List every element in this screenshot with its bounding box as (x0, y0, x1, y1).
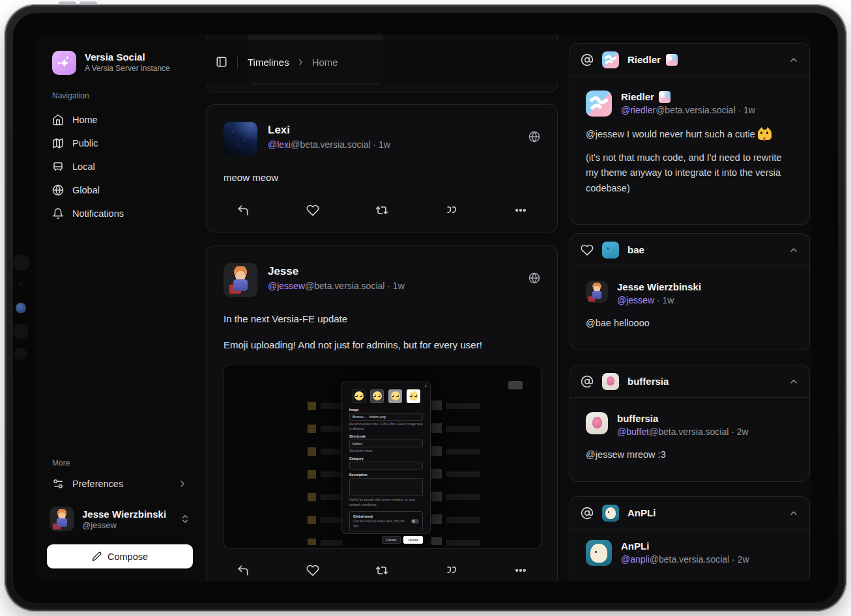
chevron-up-icon[interactable] (788, 245, 799, 255)
sidebar-item-label: Global (72, 185, 100, 195)
handle-user: @lexi (268, 139, 291, 150)
shortcode-input[interactable]: bottom (349, 440, 423, 447)
notification-user: bae (627, 244, 644, 255)
category-field-label: Category (349, 456, 423, 460)
handle-domain: @beta.versia.social (305, 281, 384, 291)
emoji-preview-white (407, 389, 420, 403)
post-author-handle[interactable]: @jessew@beta.versia.social · 1w (268, 281, 405, 291)
breadcrumb-timelines[interactable]: Timelines (248, 57, 289, 68)
handle-domain: @beta.versia.social (291, 139, 370, 150)
description-textarea[interactable] (349, 478, 423, 496)
notification-author-handle[interactable]: @buffet@beta.versia.social · 2w (617, 427, 749, 437)
avatar[interactable] (586, 91, 612, 117)
chevron-up-icon[interactable] (788, 55, 799, 65)
avatar (602, 242, 619, 259)
notification-author-handle[interactable]: @riedler@beta.versia.social · 1w (621, 105, 755, 115)
post-card: Lexi @lexi@beta.versia.social · 1w meow … (206, 104, 558, 232)
notification-header[interactable]: Riedler (570, 44, 809, 76)
globe-icon (52, 184, 64, 196)
instance-header[interactable]: Versia Social A Versia Server instance (52, 51, 170, 75)
notification-author-handle[interactable]: @anpli@beta.versia.social · 2w (621, 554, 749, 565)
close-icon[interactable]: × (424, 384, 427, 388)
more-button[interactable] (506, 204, 535, 217)
cancel-button[interactable]: Cancel (382, 536, 401, 544)
quote-button[interactable] (437, 204, 466, 217)
embed-bg-text-column (321, 403, 343, 546)
dock-app-icon[interactable] (13, 324, 29, 339)
instance-name: Versia Social (85, 51, 170, 64)
notification-user: AnPLi (627, 507, 656, 518)
post-author-name[interactable]: Jesse (268, 264, 405, 278)
chevrons-up-down-icon (180, 514, 190, 524)
notification-author-name[interactable]: Jesse Wierzbinski (617, 281, 701, 294)
avatar (602, 373, 619, 390)
upload-button[interactable]: Upload (403, 536, 423, 544)
sidebar-item-preferences[interactable]: Preferences (47, 472, 193, 496)
sidebar-item-local[interactable]: Local (47, 155, 193, 178)
notification-text: (it's not that much code, and I'd need t… (586, 150, 794, 196)
nav-list: Home Public Local Global (47, 108, 193, 225)
quote-button[interactable] (437, 564, 466, 577)
pleading-face-emoji (354, 391, 364, 400)
category-input[interactable] (349, 462, 423, 469)
avatar (602, 51, 619, 68)
visibility-globe-icon (528, 272, 540, 284)
notification-author-handle[interactable]: @jessew · 1w (617, 295, 701, 305)
notification-author-name[interactable]: AnPLi (621, 540, 749, 553)
account-switcher[interactable]: Jesse Wierzbinski @jessew (47, 504, 193, 534)
like-button[interactable] (298, 564, 327, 577)
more-button[interactable] (506, 564, 535, 577)
browse-button[interactable]: Browse... (353, 415, 366, 419)
handle-domain: @beta.versia.social (649, 427, 728, 437)
avatar[interactable] (224, 263, 257, 297)
dock-app-icon[interactable] (19, 283, 23, 287)
file-input[interactable]: Browse... bottom.png (349, 413, 423, 421)
handle-domain: @beta.versia.social (650, 554, 729, 565)
sidebar: Versia Social A Versia Server instance N… (37, 35, 203, 581)
global-emoji-hint: Can be used by every user, not just you (353, 519, 409, 529)
notification-header[interactable]: AnPLi (570, 497, 809, 529)
dock-app-icon[interactable] (13, 254, 30, 271)
at-sign-icon (581, 375, 594, 388)
post-author-name[interactable]: Lexi (268, 123, 390, 137)
notifications-column: Riedler Riedler @riedler@beta.versia.so (570, 35, 810, 581)
avatar (602, 505, 619, 522)
boost-button[interactable] (368, 204, 396, 217)
notification-user: buffersia (627, 376, 669, 387)
notification-author-name[interactable]: buffersia (617, 412, 749, 425)
sidebar-item-global[interactable]: Global (47, 178, 193, 202)
chevron-up-icon[interactable] (788, 508, 799, 518)
post-attachment-image[interactable]: × Image Browse... bot (224, 365, 541, 549)
boost-button[interactable] (368, 564, 396, 577)
handle-user: @buffet (617, 427, 649, 437)
chevron-up-icon[interactable] (788, 376, 799, 387)
sidebar-item-notifications[interactable]: Notifications (47, 202, 193, 225)
shortcode-hint: Should be short. (349, 449, 423, 453)
reply-button[interactable] (229, 564, 257, 577)
preferences-label: Preferences (72, 479, 123, 489)
notification-card: AnPLi AnPLi @anpli@beta.versia.social · … (570, 496, 810, 581)
post-author-handle[interactable]: @lexi@beta.versia.social · 1w (268, 139, 390, 150)
global-emoji-toggle[interactable] (411, 519, 419, 524)
notification-header[interactable]: buffersia (570, 365, 809, 398)
shortcode-field-label: Shortcode (349, 434, 423, 438)
reply-button[interactable] (229, 204, 257, 217)
compose-button[interactable]: Compose (47, 544, 193, 568)
notification-author-name[interactable]: Riedler (621, 91, 654, 104)
description-hint: Useful for people with screen readers, o… (349, 497, 423, 507)
instance-subtitle: A Versia Server instance (85, 64, 170, 74)
avatar[interactable] (586, 281, 608, 303)
avatar[interactable] (586, 412, 608, 434)
avatar[interactable] (224, 122, 257, 156)
panel-left-toggle-icon[interactable] (216, 56, 227, 68)
dock-app-icon[interactable] (16, 303, 26, 313)
dock-app-icon[interactable] (14, 348, 27, 360)
like-button[interactable] (298, 204, 327, 217)
avatar[interactable] (586, 540, 612, 566)
sidebar-item-public[interactable]: Public (47, 132, 193, 155)
handle-user: @jessew (617, 295, 654, 305)
notification-text: @jessew I would never hurt such a cutie (586, 127, 794, 142)
notification-header[interactable]: bae (570, 234, 809, 266)
sidebar-item-home[interactable]: Home (47, 108, 193, 132)
compose-label: Compose (108, 552, 148, 562)
